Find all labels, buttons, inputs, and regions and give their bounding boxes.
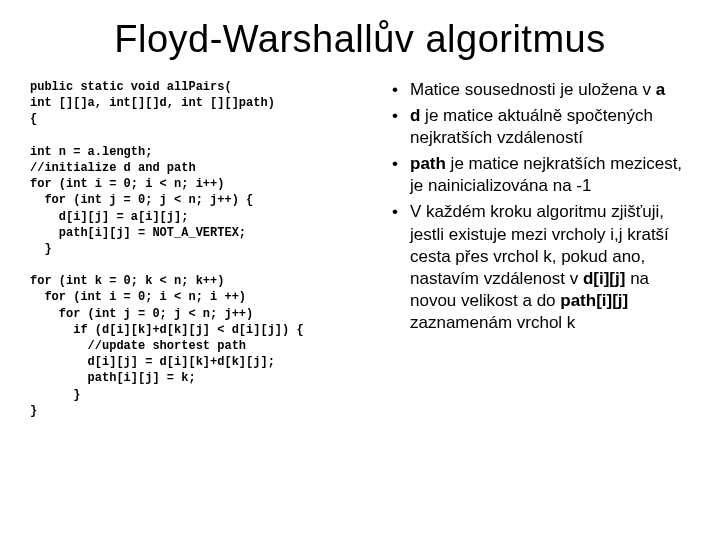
bullet-bold: a [656, 80, 665, 99]
slide-body: public static void allPairs( int [][]a, … [30, 79, 690, 520]
bullet-list: Matice sousednosti je uložena v a d je m… [390, 79, 690, 334]
bullet-bold: d[i][j] [583, 269, 625, 288]
bullet-text: Matice sousednosti je uložena v [410, 80, 656, 99]
text-column: Matice sousednosti je uložena v a d je m… [390, 79, 690, 520]
bullet-item: V každém kroku algoritmu zjišťuji, jestl… [390, 201, 690, 334]
bullet-item: Matice sousednosti je uložena v a [390, 79, 690, 101]
bullet-item: path je matice nejkratších mezicest, je … [390, 153, 690, 197]
bullet-item: d je matice aktuálně spočtených nejkratš… [390, 105, 690, 149]
bullet-text: zaznamenám vrchol k [410, 313, 575, 332]
bullet-text: je matice nejkratších mezicest, je naini… [410, 154, 682, 195]
slide-title: Floyd-Warshallův algoritmus [30, 18, 690, 61]
bullet-text: je matice aktuálně spočtených nejkratšíc… [410, 106, 653, 147]
bullet-bold: path [410, 154, 446, 173]
bullet-bold: path[i][j] [560, 291, 628, 310]
code-block: public static void allPairs( int [][]a, … [30, 79, 370, 520]
slide: Floyd-Warshallův algoritmus public stati… [0, 0, 720, 540]
bullet-bold: d [410, 106, 420, 125]
